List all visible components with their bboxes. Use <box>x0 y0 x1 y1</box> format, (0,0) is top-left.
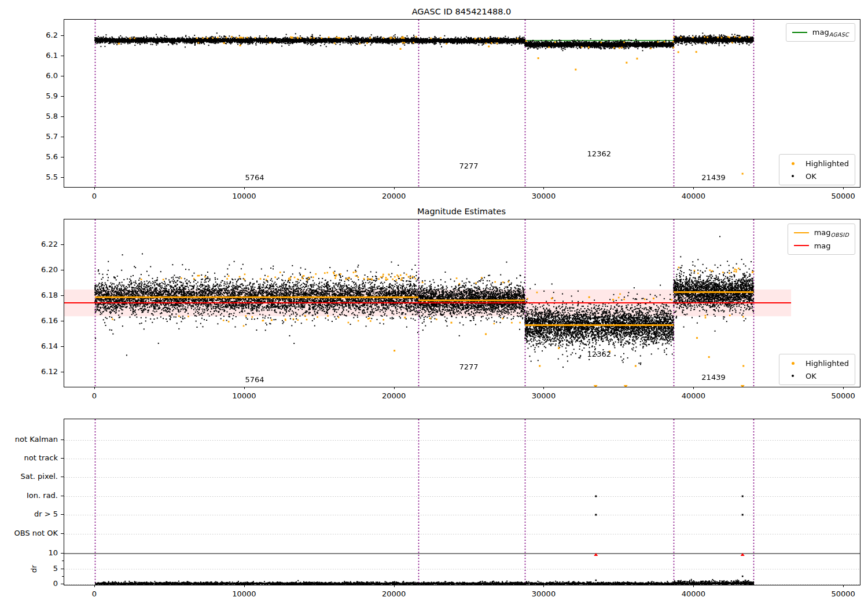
x-tick-label: 10000 <box>218 589 270 598</box>
obsid-annotation: 21439 <box>701 372 725 381</box>
y-tick-label: 5.9 <box>0 91 58 100</box>
y-tick <box>61 56 64 56</box>
y-tick-label: 6.14 <box>0 342 58 350</box>
y-tick-label: 6.16 <box>0 316 58 325</box>
x-tick-label: 0 <box>68 391 120 400</box>
y-tick <box>61 569 64 569</box>
x-tick <box>693 387 694 389</box>
plot-flags <box>64 419 860 585</box>
y-tick-label: 6.0 <box>0 71 58 80</box>
y-tick <box>61 76 64 76</box>
y-tick <box>61 321 64 321</box>
y-tick <box>61 553 64 554</box>
y-minor-tick <box>62 561 64 561</box>
y-tick-label: 6.18 <box>0 291 58 299</box>
x-tick <box>244 187 245 189</box>
legend-label: magOBSID <box>814 228 849 238</box>
y-tick-label: 6.22 <box>0 240 58 248</box>
x-tick <box>94 387 95 389</box>
y-tick <box>61 116 64 117</box>
y-tick-label: 6.12 <box>0 367 58 376</box>
legend-mag-obsid: magOBSID mag <box>788 224 855 255</box>
x-tick-label: 20000 <box>368 391 420 400</box>
y-tick-label: 5.6 <box>0 152 58 161</box>
y-tick-label: 6.2 <box>0 31 58 39</box>
y-tick <box>61 439 64 440</box>
x-tick <box>543 187 544 189</box>
x-tick <box>693 187 694 189</box>
obsid-annotation: 21439 <box>701 173 725 182</box>
y-tick <box>61 372 64 372</box>
legend-label: OK <box>806 372 816 380</box>
x-tick <box>843 187 844 189</box>
y-minor-tick <box>62 576 64 577</box>
y-tick <box>61 514 64 515</box>
y-tick-label: 5.7 <box>0 132 58 141</box>
flag-category-label: not track <box>0 453 58 462</box>
y-tick <box>61 496 64 496</box>
legend-mag-agasc: magAGASC <box>786 23 855 42</box>
x-tick-label: 30000 <box>517 192 569 200</box>
flag-category-label: dr > 5 <box>0 510 58 518</box>
x-tick-label: 0 <box>68 589 120 598</box>
x-tick-label: 10000 <box>218 391 270 400</box>
figure: AGASC ID 845421488.0 Magnitude Estimates… <box>0 0 868 608</box>
y-tick <box>61 137 64 137</box>
legend-label: OK <box>806 172 816 181</box>
flag-category-label: Sat. pixel. <box>0 472 58 481</box>
plot2-title: Magnitude Estimates <box>64 207 859 216</box>
y-tick-label: 10 <box>0 548 58 557</box>
obsid-annotation: 12362 <box>587 149 611 158</box>
obsid-annotation: 5764 <box>245 173 264 182</box>
x-tick <box>693 585 694 587</box>
legend-quality-top: Highlighted OK <box>779 154 855 185</box>
x-tick <box>843 387 844 389</box>
obsid-annotation: 7277 <box>459 362 479 371</box>
x-tick <box>94 585 95 587</box>
x-tick-label: 40000 <box>667 391 719 400</box>
obsid-annotation: 12362 <box>587 350 611 358</box>
black-dot-marker <box>785 175 800 177</box>
y-tick-label: 5.5 <box>0 173 58 181</box>
y-tick <box>61 96 64 97</box>
y-tick <box>61 584 64 584</box>
x-tick-label: 20000 <box>368 589 420 598</box>
x-tick <box>394 187 395 189</box>
y-tick <box>61 177 64 178</box>
x-tick-label: 0 <box>68 192 120 200</box>
x-tick-label: 50000 <box>817 589 868 598</box>
flag-category-label: OBS not OK <box>0 529 58 537</box>
x-tick <box>543 585 544 587</box>
x-tick-label: 10000 <box>218 192 270 200</box>
red-line-marker <box>794 245 809 246</box>
x-tick <box>843 585 844 587</box>
x-tick-label: 40000 <box>667 589 719 598</box>
flag-category-label: Ion. rad. <box>0 491 58 500</box>
plot1-title: AGASC ID 845421488.0 <box>64 7 859 16</box>
y-tick <box>61 295 64 296</box>
mag-estimates-canvas <box>64 219 860 387</box>
orange-dot-marker <box>785 162 800 165</box>
legend-label: magAGASC <box>812 28 849 38</box>
legend-quality-bottom: Highlighted OK <box>779 354 855 385</box>
green-line-marker <box>792 32 807 33</box>
x-tick-label: 40000 <box>667 192 719 200</box>
x-tick-label: 20000 <box>368 192 420 200</box>
x-tick-label: 50000 <box>817 391 868 400</box>
flags-canvas <box>64 419 860 585</box>
x-tick <box>394 387 395 389</box>
x-tick <box>543 387 544 389</box>
x-tick-label: 30000 <box>517 589 569 598</box>
x-tick-label: 30000 <box>517 391 569 400</box>
y-tick-label: 6.20 <box>0 265 58 274</box>
y-tick <box>61 458 64 459</box>
obsid-annotation: 7277 <box>459 162 479 170</box>
y-tick <box>61 477 64 477</box>
y-tick-label: 0 <box>0 579 58 588</box>
flag-category-label: not Kalman <box>0 435 58 444</box>
black-dot-marker <box>785 375 800 377</box>
obsid-annotation: 5764 <box>245 375 264 384</box>
y-tick <box>61 346 64 347</box>
legend-label: Highlighted <box>806 159 849 168</box>
y-tick-label: 5 <box>0 564 58 573</box>
